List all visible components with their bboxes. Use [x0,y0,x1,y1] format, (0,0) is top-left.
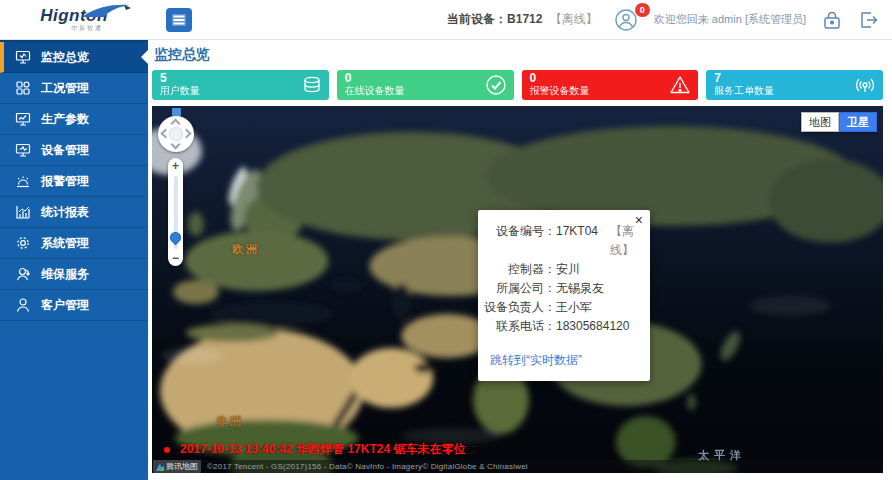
stat-value: 5 [160,72,321,85]
sidebar-item-label: 设备管理 [41,142,89,159]
map-type-roadmap-button[interactable]: 地图 [801,112,839,132]
person-icon [15,297,31,313]
alarm-dot-icon [164,447,170,453]
alarm-ticker-text: 2017-10-13 13:40:42 华西焊管 17KT24 锯车未在零位 [180,441,465,458]
stat-value: 0 [345,72,506,85]
popup-row: 联系电话： 18305684120 [482,317,642,336]
monitor-chart-icon [15,111,31,127]
pan-down-icon[interactable] [171,140,181,150]
pan-up-icon[interactable] [171,119,181,129]
sidebar-item-label: 监控总览 [41,49,89,66]
sidebar-nav: 监控总览 工况管理 生产参数 设备管理 报警管理 统计报表 系统管理 维保服务 … [0,40,148,480]
logo-swoosh-icon [80,4,132,18]
sidebar-item-device-mgmt[interactable]: 设备管理 [0,135,148,166]
sidebar-item-customer-mgmt[interactable]: 客户管理 [0,290,148,321]
stat-label: 报警设备数量 [530,85,691,97]
zoom-out-button[interactable]: − [168,251,183,266]
realtime-data-link[interactable]: 跳转到“实时数据” [490,352,582,369]
database-icon [302,75,322,95]
sidebar-item-production-params[interactable]: 生产参数 [0,104,148,135]
tencent-map-logo: 腾讯地图 [153,460,201,473]
popup-row: 控制器： 安川 [482,260,642,279]
monitor-icon [15,49,31,65]
sidebar-item-label: 维保服务 [41,266,89,283]
lock-screen-button[interactable] [822,10,842,30]
logout-button[interactable] [858,10,878,30]
zoom-slider-thumb[interactable] [168,230,184,246]
sidebar-toggle-button[interactable] [166,8,192,32]
main-content: 监控总览 5 用户数量 0 在线设备数量 0 报警设备数量 7 服务工单数量 [148,40,892,480]
map-zoom-slider[interactable]: + − [168,158,183,266]
sidebar-item-label: 生产参数 [41,111,89,128]
stat-card-alarm-devices[interactable]: 0 报警设备数量 [522,70,699,100]
stat-cards: 5 用户数量 0 在线设备数量 0 报警设备数量 7 服务工单数量 [152,70,883,100]
sidebar-item-condition-mgmt[interactable]: 工况管理 [0,73,148,104]
stat-label: 在线设备数量 [345,85,506,97]
gear-icon [15,235,31,251]
popup-row: 设备负责人： 王小军 [482,298,642,317]
grid-icon [15,80,31,96]
zoom-in-button[interactable]: + [168,158,183,174]
current-device-state: 【离线】 [550,12,598,26]
sidebar-item-alarm-mgmt[interactable]: 报警管理 [0,166,148,197]
stat-card-service-orders[interactable]: 7 服务工单数量 [706,70,883,100]
lock-icon [822,10,842,30]
map-type-toggle: 地图 卫星 [801,112,877,132]
stat-card-users[interactable]: 5 用户数量 [152,70,329,100]
stat-label: 用户数量 [160,85,321,97]
device-info-popup: × 设备编号： 17KT04 【离线】 控制器： 安川 所属公司： 无锡泉友 设… [478,210,650,381]
popup-row: 设备编号： 17KT04 【离线】 [482,222,642,260]
stat-value: 0 [530,72,691,85]
sidebar-item-label: 客户管理 [41,297,89,314]
current-device-label: 当前设备： [447,12,507,26]
bar-chart-icon [15,204,31,220]
sidebar-item-label: 统计报表 [41,204,89,221]
current-device-value: B1712 [507,12,542,26]
stat-value: 7 [714,72,875,85]
map-type-satellite-button[interactable]: 卫星 [839,112,877,132]
phone-value: 18305684120 [556,317,629,336]
owner-value: 王小军 [556,298,592,317]
username: admin [系统管理员] [712,13,806,25]
sidebar-item-label: 工况管理 [41,80,89,97]
logout-icon [858,10,878,30]
broadcast-icon [854,74,876,96]
sidebar-item-system-mgmt[interactable]: 系统管理 [0,228,148,259]
attribution-text: ©2017 Tencent - GS(2017)156 - Data© NavI… [207,462,528,471]
sidebar-item-monitor-overview[interactable]: 监控总览 [0,42,148,73]
map-label-africa: 非洲 [216,414,244,429]
logo-subtext: 华辰智通 [26,24,148,33]
top-header: Hignton 华辰智通 当前设备：B1712 【离线】 0 欢迎您回来 adm… [0,0,892,40]
warning-triangle-icon [669,74,691,96]
current-device-status: 当前设备：B1712 【离线】 [447,11,598,28]
user-menu-button[interactable]: 0 [614,8,638,32]
popup-close-icon[interactable]: × [635,213,643,227]
map-overview-icon[interactable] [172,108,181,116]
map-attribution-bar: 腾讯地图 ©2017 Tencent - GS(2017)156 - Data©… [152,460,883,473]
tencent-logo-icon [156,463,164,471]
pan-right-icon[interactable] [182,129,192,139]
page-title: 监控总览 [154,46,892,64]
device-monitor-icon [15,142,31,158]
map-pan-control[interactable] [158,116,194,152]
popup-row: 所属公司： 无锡泉友 [482,279,642,298]
stat-label: 服务工单数量 [714,85,875,97]
alarm-icon [15,173,31,189]
app-logo: Hignton 华辰智通 [0,6,148,33]
company-value: 无锡泉友 [556,279,604,298]
sidebar-item-label: 系统管理 [41,235,89,252]
world-map-container: + − 地图 卫星 欧洲 非洲 中国 太平洋 × 设备编号： 17KT04 【离… [152,106,883,473]
pan-left-icon[interactable] [161,129,171,139]
stat-card-online-devices[interactable]: 0 在线设备数量 [337,70,514,100]
headset-user-icon [15,266,31,282]
welcome-message: 欢迎您回来 admin [系统管理员] [654,12,806,27]
controller-value: 安川 [556,260,580,279]
sidebar-item-maintenance-service[interactable]: 维保服务 [0,259,148,290]
sidebar-item-statistics-reports[interactable]: 统计报表 [0,197,148,228]
alarm-ticker: 2017-10-13 13:40:42 华西焊管 17KT24 锯车未在零位 [164,441,465,458]
sidebar-item-label: 报警管理 [41,173,89,190]
menu-list-icon [172,14,186,26]
notification-badge: 0 [635,3,650,17]
check-circle-icon [485,74,507,96]
device-id: 17KT04 [556,222,598,260]
